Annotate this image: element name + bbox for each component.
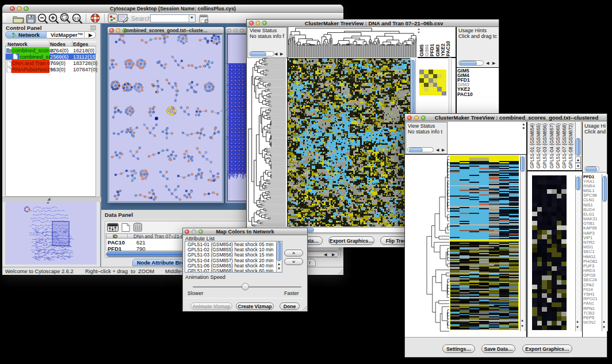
svg-text:1:1: 1:1 [74, 17, 79, 20]
